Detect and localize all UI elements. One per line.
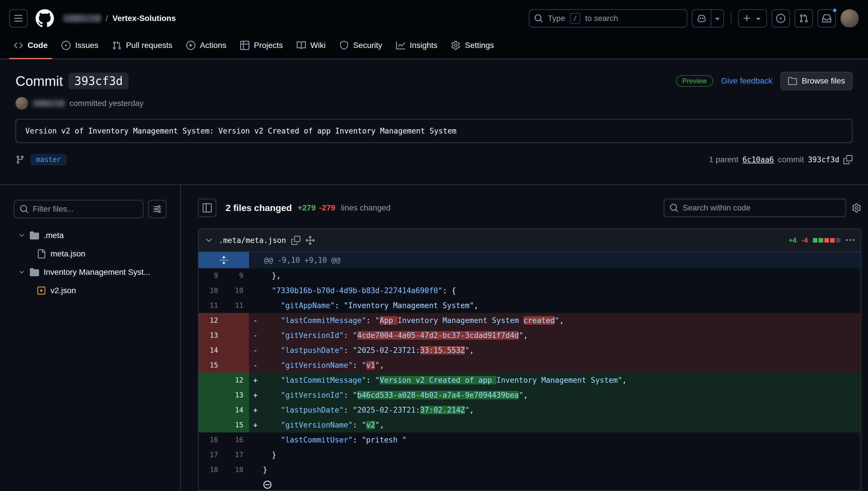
line-number-new[interactable]	[224, 358, 249, 373]
line-number-new[interactable]	[224, 328, 249, 343]
line-number-new[interactable]	[224, 343, 249, 358]
diff-line: 12+ "lastCommitMessage": "Version v2 Cre…	[198, 373, 861, 387]
tab-code[interactable]: Code	[9, 32, 52, 59]
file-filter-button[interactable]	[148, 200, 166, 218]
copilot-menu-button[interactable]	[711, 10, 723, 27]
git-branch-icon	[16, 155, 25, 164]
file-additions: +4	[788, 236, 796, 244]
hamburger-icon	[14, 14, 23, 23]
diff-code: "lastCommitMessage": "Version v2 Created…	[262, 373, 861, 387]
diff-code: "7330b16b-b70d-4d9b-b83d-227414a690f0": …	[262, 283, 861, 298]
line-number-old[interactable]: 15	[198, 358, 224, 373]
commit-message: Version v2 of Inventory Management Syste…	[16, 119, 852, 143]
page-title: Commit 393cf3d	[16, 73, 129, 89]
line-number-new[interactable]: 18	[224, 462, 249, 477]
committer-avatar[interactable]	[16, 97, 28, 110]
line-number-old[interactable]	[198, 417, 224, 432]
line-number-new[interactable]: 16	[224, 432, 249, 447]
folder-icon	[30, 231, 39, 240]
move-file-button[interactable]	[306, 236, 315, 245]
line-number-old[interactable]: 16	[198, 432, 224, 447]
line-number-new[interactable]: 13	[224, 387, 249, 403]
diff-code: }	[262, 447, 861, 462]
line-number-old[interactable]	[198, 387, 224, 403]
search-icon	[534, 14, 543, 23]
give-feedback-link[interactable]: Give feedback	[721, 76, 772, 86]
line-number-old[interactable]: 9	[198, 268, 224, 283]
line-number-old[interactable]	[198, 403, 224, 417]
commit-label: Commit	[16, 73, 63, 89]
filter-files-input[interactable]	[14, 200, 144, 218]
redacted-owner-name[interactable]	[63, 15, 101, 22]
line-number-new[interactable]	[224, 313, 249, 328]
line-number-new[interactable]: 14	[224, 403, 249, 417]
diff-pane: 2 files changed +279 -279 lines changed …	[181, 185, 868, 491]
github-logo[interactable]	[36, 9, 54, 28]
line-number-old[interactable]: 18	[198, 462, 224, 477]
tab-settings[interactable]: Settings	[446, 32, 498, 59]
line-number-old[interactable]: 11	[198, 298, 224, 313]
search-placeholder-pre: Type	[548, 14, 565, 23]
preview-badge[interactable]: Preview	[676, 75, 713, 87]
line-number-new[interactable]: 15	[224, 417, 249, 432]
diff-code: "gitVersionId": "4cde7004-4a05-47d2-bc37…	[262, 328, 861, 343]
tab-actions[interactable]: Actions	[182, 32, 231, 59]
line-number-new[interactable]: 12	[224, 373, 249, 387]
tree-file-v2.json[interactable]: v2.json	[14, 281, 166, 300]
search-icon	[20, 204, 29, 213]
diff-code: }	[262, 462, 861, 477]
line-number-old[interactable]: 14	[198, 343, 224, 358]
tab-issues[interactable]: Issues	[57, 32, 103, 59]
tab-security[interactable]: Security	[335, 32, 387, 59]
line-number-old[interactable]: 13	[198, 328, 224, 343]
redacted-committer-name[interactable]	[33, 100, 65, 107]
file-options-button[interactable]	[846, 236, 855, 245]
pull-requests-dashboard-button[interactable]	[795, 9, 813, 28]
line-number-old[interactable]	[198, 477, 224, 491]
file-tree: .metameta.jsonInventory Management Syst.…	[14, 226, 166, 300]
line-number-new[interactable]	[224, 477, 249, 491]
diff-code	[262, 477, 861, 491]
create-new-button[interactable]	[738, 9, 767, 28]
tab-insights[interactable]: Insights	[392, 32, 442, 59]
tree-file-meta.json[interactable]: meta.json	[14, 244, 166, 263]
copy-path-button[interactable]	[291, 236, 301, 245]
global-search-input[interactable]: Type / to search	[529, 9, 687, 28]
line-number-new[interactable]: 10	[224, 283, 249, 298]
line-number-new[interactable]: 11	[224, 298, 249, 313]
line-number-old[interactable]: 10	[198, 283, 224, 298]
parent-sha-link[interactable]: 6c10aa6	[743, 155, 774, 164]
diff-block-neutral	[836, 238, 840, 242]
diff-line: 1111 "gitAppName": "Inventory Management…	[198, 298, 861, 313]
collapse-file-button[interactable]	[204, 236, 214, 245]
copy-icon	[291, 236, 301, 245]
line-number-new[interactable]: 9	[224, 268, 249, 283]
expand-hunk-button[interactable]	[198, 252, 249, 268]
line-number-new[interactable]: 17	[224, 447, 249, 462]
tab-wiki[interactable]: Wiki	[292, 32, 330, 59]
diff-settings-button[interactable]	[852, 203, 861, 212]
line-number-old[interactable]: 12	[198, 313, 224, 328]
copilot-button[interactable]	[692, 10, 711, 27]
copy-sha-button[interactable]	[843, 155, 852, 164]
search-within-code-input[interactable]	[664, 199, 846, 217]
tree-folder-.meta[interactable]: .meta	[14, 226, 166, 244]
hamburger-menu-button[interactable]	[9, 9, 28, 28]
inbox-button[interactable]	[817, 9, 836, 28]
user-avatar[interactable]	[840, 9, 859, 28]
branch-badge[interactable]: master	[30, 154, 67, 165]
git-pull-request-icon	[799, 14, 808, 23]
line-number-old[interactable]	[198, 373, 224, 387]
line-number-old[interactable]: 17	[198, 447, 224, 462]
issues-dashboard-button[interactable]	[772, 9, 790, 28]
tree-folder-inventory-management-syst...[interactable]: Inventory Management Syst...	[14, 263, 166, 281]
browse-files-button[interactable]: Browse files	[780, 72, 852, 90]
diff-block-del	[830, 238, 835, 242]
copilot-icon	[697, 14, 706, 23]
toggle-file-tree-button[interactable]	[198, 199, 216, 217]
diff-code: "lastCommitMessage": "App Inventory Mana…	[262, 313, 861, 328]
tab-pull-requests[interactable]: Pull requests	[107, 32, 177, 59]
code-icon	[14, 41, 23, 50]
repo-name-link[interactable]: Vertex-Solutions	[113, 14, 176, 23]
tab-projects[interactable]: Projects	[236, 32, 287, 59]
